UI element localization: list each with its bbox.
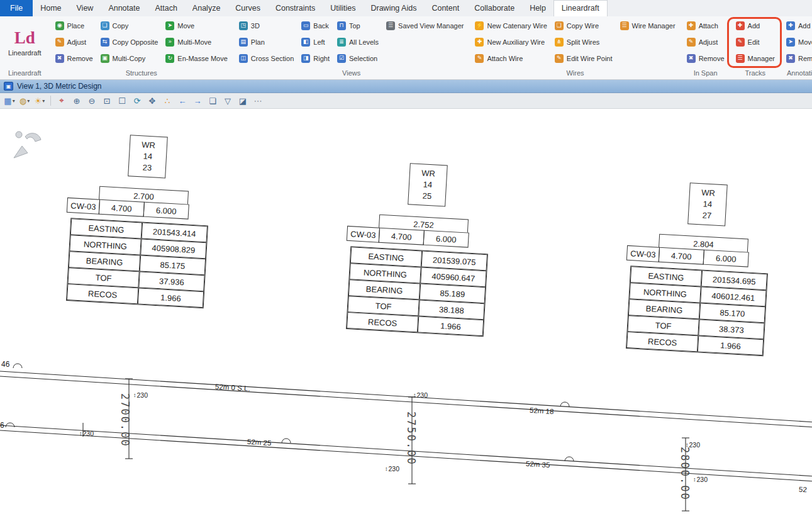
en-masse-move-button[interactable]: ↻En-Masse Move — [163, 51, 230, 65]
add-button[interactable]: ✚Add — [784, 18, 812, 33]
multi-copy-button[interactable]: ▣Multi-Copy — [98, 51, 161, 65]
saved-view-manager-icon: ☰ — [386, 21, 395, 30]
place-icon: ◉ — [55, 21, 64, 30]
rotate-view-icon[interactable]: ⟳ — [130, 94, 144, 107]
copy-opposite-button[interactable]: ⇆Copy Opposite — [98, 35, 161, 49]
group-label-wires: Wires — [472, 67, 677, 79]
copy-button[interactable]: ❏Copy — [98, 18, 161, 33]
plan-button[interactable]: ▤Plan — [236, 35, 296, 49]
zoom-in-icon[interactable]: ⊕ — [70, 94, 84, 107]
move-icon: ➤ — [786, 38, 795, 47]
remove-button[interactable]: ✖Remove — [684, 51, 727, 65]
tab-annotate[interactable]: Annotate — [101, 0, 147, 16]
multi-move-button[interactable]: »Multi-Move — [163, 35, 230, 49]
more-tools-icon[interactable]: ⋯ — [251, 94, 265, 107]
left-button[interactable]: ◧Left — [299, 35, 332, 49]
gradient-label: 2750.00 — [405, 411, 418, 466]
tab-utilities[interactable]: Utilities — [323, 0, 363, 16]
selection-button[interactable]: ☑Selection — [335, 51, 381, 65]
tab-home[interactable]: Home — [33, 0, 69, 16]
view-window-icon: ▣ — [4, 82, 13, 91]
move-button[interactable]: ➤Move — [163, 18, 230, 33]
copy-icon: ❏ — [101, 21, 109, 30]
copy-view-icon[interactable]: ❏ — [206, 94, 220, 107]
tab-analyze[interactable]: Analyze — [185, 0, 228, 16]
tab-drawing-aids[interactable]: Drawing Aids — [363, 0, 424, 16]
attach-button[interactable]: ✚Attach — [684, 18, 727, 33]
cross-section-icon: ◫ — [239, 54, 248, 63]
fit-view-icon[interactable]: ☐ — [115, 94, 129, 107]
table-value-cell: 1.966 — [138, 288, 204, 308]
add-icon: ✚ — [475, 38, 484, 47]
remove-button[interactable]: ✖Remove — [53, 51, 96, 65]
wire-run-box: WR1425 — [408, 163, 448, 206]
pan-view-icon[interactable]: ✥ — [145, 94, 159, 107]
tab-content[interactable]: Content — [424, 0, 467, 16]
all-levels-button[interactable]: ≣All Levels — [335, 35, 381, 49]
view-previous-icon[interactable]: ← — [175, 94, 189, 107]
copy-wire-button[interactable]: ❏Copy Wire — [552, 18, 615, 33]
remove-button[interactable]: ✖Remove — [784, 51, 812, 65]
ribbon: LdLineardraftLineardraft◉Place✎Adjust✖Re… — [0, 16, 812, 80]
tab-collaborate[interactable]: Collaborate — [467, 0, 522, 16]
view-brightness-icon[interactable]: ☀▾ — [33, 94, 47, 107]
wire-run-line: 23 — [142, 162, 152, 174]
zoom-out-icon[interactable]: ⊖ — [85, 94, 99, 107]
clip-volume-icon[interactable]: ▽ — [221, 94, 235, 107]
chevron-down-icon: ▾ — [42, 98, 45, 104]
saved-view-manager-button[interactable]: ☰Saved View Manager — [384, 18, 466, 33]
manager-button[interactable]: ☰Manager — [733, 51, 777, 65]
tab-view[interactable]: View — [69, 0, 101, 16]
place-button[interactable]: ◉Place — [53, 18, 96, 33]
walk-icon[interactable]: ∴ — [160, 94, 174, 107]
cross-section-button[interactable]: ◫Cross Section — [236, 51, 296, 65]
tab-constraints[interactable]: Constraints — [268, 0, 323, 16]
new-catenary-wire-button[interactable]: ⚡New Catenary Wire — [472, 18, 549, 33]
3d-button[interactable]: ◳3D — [236, 18, 296, 33]
offset-label: ↕230 — [693, 476, 708, 483]
adjust-button[interactable]: ✎Adjust — [53, 35, 96, 49]
window-area-icon[interactable]: ⊡ — [100, 94, 114, 107]
multi-move-icon: » — [165, 38, 174, 47]
wire-manager-button[interactable]: ☰Wire Manager — [618, 18, 678, 33]
drawing-area[interactable]: WR14232.700CW-034.7006.000EASTING201543.… — [0, 109, 812, 526]
display-style-icon[interactable]: ◍▾ — [18, 94, 31, 107]
top-button[interactable]: ⊓Top — [335, 18, 381, 33]
view-titlebar[interactable]: ▣ View 1, 3D Metric Design — [0, 80, 812, 93]
group-label-in-span: In Span — [684, 67, 727, 79]
attach-wire-button[interactable]: ✎Attach Wire — [472, 51, 549, 65]
adjust-button[interactable]: ✎Adjust — [684, 35, 727, 49]
dim2-cell: 6.000 — [423, 230, 469, 248]
tab-curves[interactable]: Curves — [228, 0, 268, 16]
move-button[interactable]: ➤Move — [784, 35, 812, 49]
wire-run-box: WR1427 — [687, 182, 728, 226]
back-button[interactable]: ▭Back — [299, 18, 332, 33]
tab-file[interactable]: File — [0, 0, 33, 16]
tab-help[interactable]: Help — [522, 0, 553, 16]
view-next-icon[interactable]: → — [191, 94, 204, 107]
survey-pole-icon[interactable]: ⌖ — [55, 94, 69, 107]
cw-cell: CW-03 — [67, 198, 100, 215]
dim1-cell: 4.700 — [379, 228, 425, 245]
add-button[interactable]: ✚Add — [733, 18, 777, 33]
right-button[interactable]: ◨Right — [299, 51, 332, 65]
table-value-cell: 1.966 — [418, 316, 484, 336]
lineardraft-app-button[interactable]: LdLineardraft — [3, 18, 47, 67]
tab-lineardraft[interactable]: Lineardraft — [553, 0, 608, 16]
lineardraft-logo-label: Lineardraft — [8, 49, 42, 57]
split-wires-button[interactable]: ⋔Split Wires — [552, 35, 615, 49]
view-attributes-icon[interactable]: ▦▾ — [3, 94, 16, 107]
structure-data-table: EASTING201539.075NORTHING405960.647BEARI… — [346, 246, 488, 337]
new-auxiliary-wire-button[interactable]: ✚New Auxiliary Wire — [472, 35, 549, 49]
plan-icon: ▤ — [239, 38, 248, 47]
offset-arrow-icon: ↕ — [686, 442, 689, 448]
clip-mask-icon[interactable]: ◪ — [236, 94, 250, 107]
structure-data-table: EASTING201534.695NORTHING406012.461BEARI… — [626, 266, 768, 356]
edit-button[interactable]: ✎Edit — [733, 35, 777, 49]
wire-run-line: WR — [142, 139, 156, 151]
view-navigation-widget[interactable] — [11, 128, 47, 162]
table-key-cell: RECOS — [67, 284, 138, 304]
chevron-down-icon: ▾ — [13, 98, 15, 104]
edit-wire-point-button[interactable]: ✎Edit Wire Point — [552, 51, 615, 65]
tab-attach[interactable]: Attach — [147, 0, 184, 16]
